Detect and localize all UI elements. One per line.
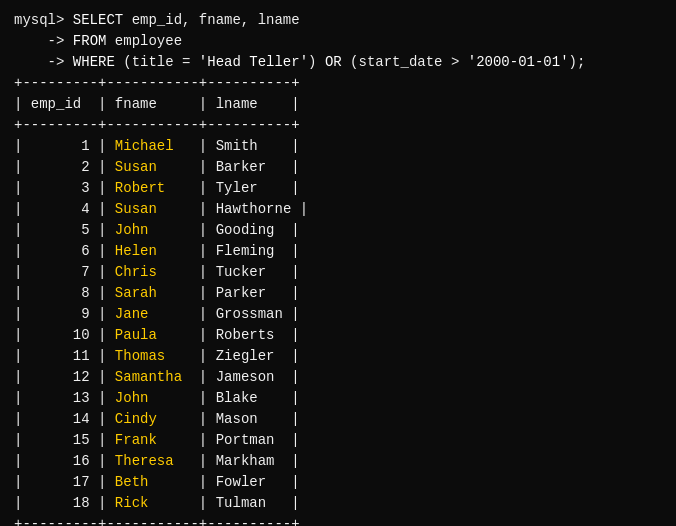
separator-bottom: +---------+-----------+----------+ [14, 514, 662, 526]
separator-top: +---------+-----------+----------+ [14, 73, 662, 94]
table-row: | 7 | Chris | Tucker | [14, 262, 662, 283]
table-row: | 16 | Theresa | Markham | [14, 451, 662, 472]
table-row: | 3 | Robert | Tyler | [14, 178, 662, 199]
query-line-3: -> WHERE (title = 'Head Teller') OR (sta… [14, 52, 662, 73]
table-row: | 13 | John | Blake | [14, 388, 662, 409]
table-row: | 12 | Samantha | Jameson | [14, 367, 662, 388]
table-row: | 8 | Sarah | Parker | [14, 283, 662, 304]
table-row: | 14 | Cindy | Mason | [14, 409, 662, 430]
table-row: | 17 | Beth | Fowler | [14, 472, 662, 493]
table-row: | 2 | Susan | Barker | [14, 157, 662, 178]
table-row: | 18 | Rick | Tulman | [14, 493, 662, 514]
table-row: | 11 | Thomas | Ziegler | [14, 346, 662, 367]
prompt-label: mysql> [14, 12, 73, 28]
table-row: | 10 | Paula | Roberts | [14, 325, 662, 346]
table-row: | 1 | Michael | Smith | [14, 136, 662, 157]
query-line-1: mysql> SELECT emp_id, fname, lname [14, 10, 662, 31]
table-header: | emp_id | fname | lname | [14, 94, 662, 115]
table-row: | 4 | Susan | Hawthorne | [14, 199, 662, 220]
terminal-output: mysql> SELECT emp_id, fname, lname -> FR… [14, 10, 662, 526]
separator-header: +---------+-----------+----------+ [14, 115, 662, 136]
table-row: | 5 | John | Gooding | [14, 220, 662, 241]
query-line-2: -> FROM employee [14, 31, 662, 52]
table-row: | 15 | Frank | Portman | [14, 430, 662, 451]
table-row: | 6 | Helen | Fleming | [14, 241, 662, 262]
table-row: | 9 | Jane | Grossman | [14, 304, 662, 325]
